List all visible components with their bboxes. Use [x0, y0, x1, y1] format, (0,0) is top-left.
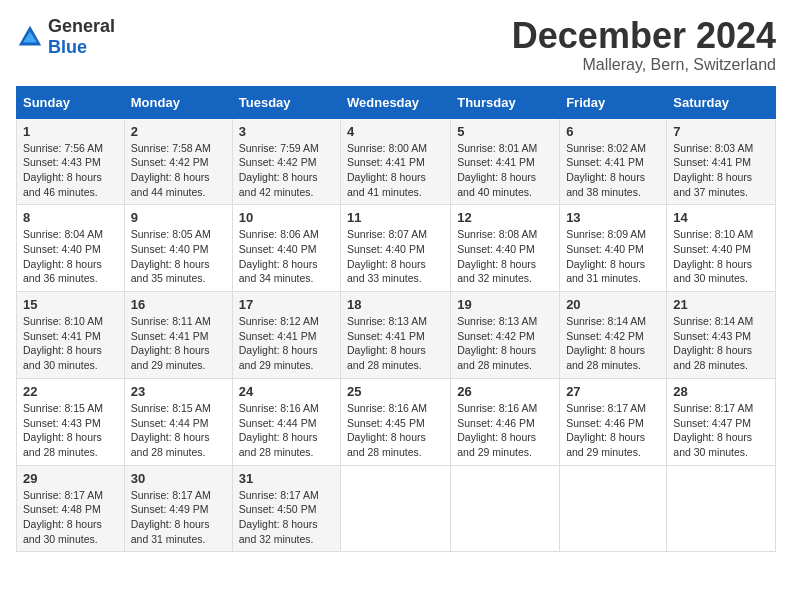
- day-number: 13: [566, 210, 660, 225]
- header-friday: Friday: [560, 86, 667, 118]
- day-info: Sunrise: 8:09 AMSunset: 4:40 PMDaylight:…: [566, 227, 660, 286]
- day-info: Sunrise: 8:17 AMSunset: 4:48 PMDaylight:…: [23, 488, 118, 547]
- calendar-cell: 23 Sunrise: 8:15 AMSunset: 4:44 PMDaylig…: [124, 378, 232, 465]
- day-info: Sunrise: 8:14 AMSunset: 4:42 PMDaylight:…: [566, 314, 660, 373]
- calendar-cell: 12 Sunrise: 8:08 AMSunset: 4:40 PMDaylig…: [451, 205, 560, 292]
- calendar-cell: 5 Sunrise: 8:01 AMSunset: 4:41 PMDayligh…: [451, 118, 560, 205]
- calendar-cell: [667, 465, 776, 552]
- title-section: December 2024 Malleray, Bern, Switzerlan…: [512, 16, 776, 74]
- day-number: 9: [131, 210, 226, 225]
- day-info: Sunrise: 8:04 AMSunset: 4:40 PMDaylight:…: [23, 227, 118, 286]
- calendar-cell: 9 Sunrise: 8:05 AMSunset: 4:40 PMDayligh…: [124, 205, 232, 292]
- day-info: Sunrise: 8:13 AMSunset: 4:41 PMDaylight:…: [347, 314, 444, 373]
- day-info: Sunrise: 8:07 AMSunset: 4:40 PMDaylight:…: [347, 227, 444, 286]
- day-info: Sunrise: 8:00 AMSunset: 4:41 PMDaylight:…: [347, 141, 444, 200]
- calendar-cell: [451, 465, 560, 552]
- calendar-cell: 8 Sunrise: 8:04 AMSunset: 4:40 PMDayligh…: [17, 205, 125, 292]
- day-info: Sunrise: 8:15 AMSunset: 4:43 PMDaylight:…: [23, 401, 118, 460]
- location-title: Malleray, Bern, Switzerland: [512, 56, 776, 74]
- header-thursday: Thursday: [451, 86, 560, 118]
- header-wednesday: Wednesday: [341, 86, 451, 118]
- day-info: Sunrise: 8:02 AMSunset: 4:41 PMDaylight:…: [566, 141, 660, 200]
- header-sunday: Sunday: [17, 86, 125, 118]
- day-number: 6: [566, 124, 660, 139]
- calendar-cell: [341, 465, 451, 552]
- day-info: Sunrise: 8:10 AMSunset: 4:41 PMDaylight:…: [23, 314, 118, 373]
- logo-general: General: [48, 16, 115, 36]
- calendar-week-row: 15 Sunrise: 8:10 AMSunset: 4:41 PMDaylig…: [17, 292, 776, 379]
- calendar-cell: 30 Sunrise: 8:17 AMSunset: 4:49 PMDaylig…: [124, 465, 232, 552]
- day-info: Sunrise: 7:56 AMSunset: 4:43 PMDaylight:…: [23, 141, 118, 200]
- logo-blue: Blue: [48, 37, 87, 57]
- calendar-cell: 29 Sunrise: 8:17 AMSunset: 4:48 PMDaylig…: [17, 465, 125, 552]
- day-number: 1: [23, 124, 118, 139]
- day-info: Sunrise: 8:16 AMSunset: 4:45 PMDaylight:…: [347, 401, 444, 460]
- calendar-cell: 14 Sunrise: 8:10 AMSunset: 4:40 PMDaylig…: [667, 205, 776, 292]
- day-number: 31: [239, 471, 334, 486]
- header-tuesday: Tuesday: [232, 86, 340, 118]
- calendar-cell: 28 Sunrise: 8:17 AMSunset: 4:47 PMDaylig…: [667, 378, 776, 465]
- calendar-cell: 22 Sunrise: 8:15 AMSunset: 4:43 PMDaylig…: [17, 378, 125, 465]
- calendar-cell: 21 Sunrise: 8:14 AMSunset: 4:43 PMDaylig…: [667, 292, 776, 379]
- calendar-cell: 15 Sunrise: 8:10 AMSunset: 4:41 PMDaylig…: [17, 292, 125, 379]
- day-number: 16: [131, 297, 226, 312]
- day-info: Sunrise: 8:10 AMSunset: 4:40 PMDaylight:…: [673, 227, 769, 286]
- day-info: Sunrise: 7:58 AMSunset: 4:42 PMDaylight:…: [131, 141, 226, 200]
- calendar-week-row: 29 Sunrise: 8:17 AMSunset: 4:48 PMDaylig…: [17, 465, 776, 552]
- day-number: 28: [673, 384, 769, 399]
- day-info: Sunrise: 7:59 AMSunset: 4:42 PMDaylight:…: [239, 141, 334, 200]
- calendar-cell: 31 Sunrise: 8:17 AMSunset: 4:50 PMDaylig…: [232, 465, 340, 552]
- calendar-cell: 16 Sunrise: 8:11 AMSunset: 4:41 PMDaylig…: [124, 292, 232, 379]
- day-info: Sunrise: 8:17 AMSunset: 4:47 PMDaylight:…: [673, 401, 769, 460]
- day-info: Sunrise: 8:17 AMSunset: 4:50 PMDaylight:…: [239, 488, 334, 547]
- calendar-cell: 27 Sunrise: 8:17 AMSunset: 4:46 PMDaylig…: [560, 378, 667, 465]
- calendar-cell: 1 Sunrise: 7:56 AMSunset: 4:43 PMDayligh…: [17, 118, 125, 205]
- day-number: 20: [566, 297, 660, 312]
- day-number: 27: [566, 384, 660, 399]
- day-number: 25: [347, 384, 444, 399]
- calendar-cell: 2 Sunrise: 7:58 AMSunset: 4:42 PMDayligh…: [124, 118, 232, 205]
- day-info: Sunrise: 8:08 AMSunset: 4:40 PMDaylight:…: [457, 227, 553, 286]
- calendar-cell: 25 Sunrise: 8:16 AMSunset: 4:45 PMDaylig…: [341, 378, 451, 465]
- day-number: 26: [457, 384, 553, 399]
- day-number: 19: [457, 297, 553, 312]
- calendar-cell: 26 Sunrise: 8:16 AMSunset: 4:46 PMDaylig…: [451, 378, 560, 465]
- calendar-cell: 19 Sunrise: 8:13 AMSunset: 4:42 PMDaylig…: [451, 292, 560, 379]
- header: General Blue December 2024 Malleray, Ber…: [16, 16, 776, 74]
- calendar-cell: 17 Sunrise: 8:12 AMSunset: 4:41 PMDaylig…: [232, 292, 340, 379]
- day-info: Sunrise: 8:05 AMSunset: 4:40 PMDaylight:…: [131, 227, 226, 286]
- calendar-cell: 20 Sunrise: 8:14 AMSunset: 4:42 PMDaylig…: [560, 292, 667, 379]
- calendar-cell: 3 Sunrise: 7:59 AMSunset: 4:42 PMDayligh…: [232, 118, 340, 205]
- day-number: 21: [673, 297, 769, 312]
- day-number: 23: [131, 384, 226, 399]
- calendar-header-row: Sunday Monday Tuesday Wednesday Thursday…: [17, 86, 776, 118]
- day-number: 17: [239, 297, 334, 312]
- calendar-cell: 24 Sunrise: 8:16 AMSunset: 4:44 PMDaylig…: [232, 378, 340, 465]
- day-number: 8: [23, 210, 118, 225]
- day-number: 7: [673, 124, 769, 139]
- day-info: Sunrise: 8:17 AMSunset: 4:49 PMDaylight:…: [131, 488, 226, 547]
- day-info: Sunrise: 8:17 AMSunset: 4:46 PMDaylight:…: [566, 401, 660, 460]
- calendar-cell: 4 Sunrise: 8:00 AMSunset: 4:41 PMDayligh…: [341, 118, 451, 205]
- calendar-cell: [560, 465, 667, 552]
- logo-text: General Blue: [48, 16, 115, 58]
- month-title: December 2024: [512, 16, 776, 56]
- day-number: 18: [347, 297, 444, 312]
- day-info: Sunrise: 8:03 AMSunset: 4:41 PMDaylight:…: [673, 141, 769, 200]
- day-number: 3: [239, 124, 334, 139]
- day-info: Sunrise: 8:01 AMSunset: 4:41 PMDaylight:…: [457, 141, 553, 200]
- day-number: 11: [347, 210, 444, 225]
- calendar-week-row: 22 Sunrise: 8:15 AMSunset: 4:43 PMDaylig…: [17, 378, 776, 465]
- day-info: Sunrise: 8:06 AMSunset: 4:40 PMDaylight:…: [239, 227, 334, 286]
- day-number: 4: [347, 124, 444, 139]
- day-info: Sunrise: 8:15 AMSunset: 4:44 PMDaylight:…: [131, 401, 226, 460]
- day-info: Sunrise: 8:13 AMSunset: 4:42 PMDaylight:…: [457, 314, 553, 373]
- logo: General Blue: [16, 16, 115, 58]
- calendar-table: Sunday Monday Tuesday Wednesday Thursday…: [16, 86, 776, 553]
- day-number: 24: [239, 384, 334, 399]
- calendar-cell: 11 Sunrise: 8:07 AMSunset: 4:40 PMDaylig…: [341, 205, 451, 292]
- header-monday: Monday: [124, 86, 232, 118]
- day-info: Sunrise: 8:12 AMSunset: 4:41 PMDaylight:…: [239, 314, 334, 373]
- calendar-cell: 10 Sunrise: 8:06 AMSunset: 4:40 PMDaylig…: [232, 205, 340, 292]
- calendar-cell: 6 Sunrise: 8:02 AMSunset: 4:41 PMDayligh…: [560, 118, 667, 205]
